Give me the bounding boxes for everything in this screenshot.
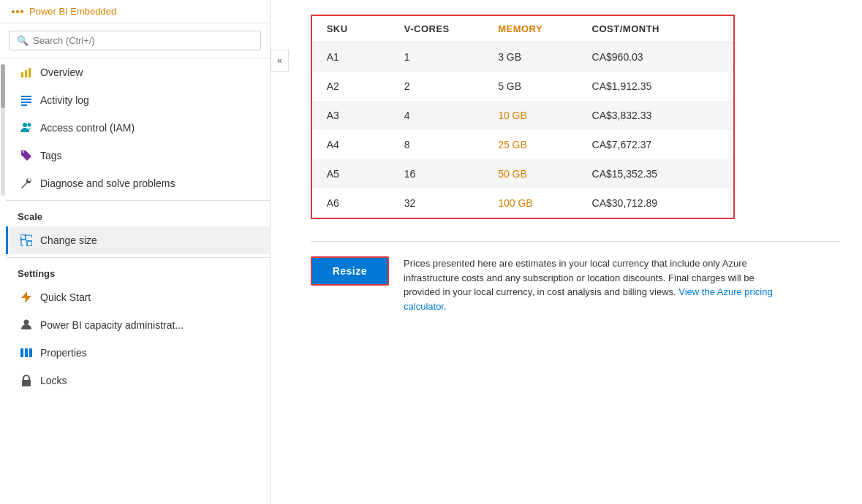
cell-vcores: 16	[390, 159, 483, 188]
powerbi-header: Power BI Embedded	[0, 0, 270, 23]
sidebar-item-properties-label: Properties	[40, 347, 87, 359]
svg-point-8	[28, 123, 31, 127]
table-row[interactable]: A4 8 25 GB CA$7,672.37	[311, 130, 734, 159]
table-row[interactable]: A3 4 10 GB CA$3,832.33	[311, 101, 734, 130]
col-header-cost: COST/MONTH	[578, 15, 734, 42]
sidebar-item-activity-log-label: Activity log	[40, 94, 89, 106]
cell-sku: A3	[311, 101, 390, 130]
svg-rect-3	[21, 96, 31, 97]
search-box[interactable]: 🔍	[9, 31, 261, 50]
svg-rect-15	[22, 380, 31, 386]
cell-cost: CA$15,352.35	[578, 159, 734, 188]
svg-rect-1	[25, 70, 27, 77]
resize-button[interactable]: Resize	[312, 258, 387, 284]
sidebar-scrollbar[interactable]	[1, 64, 5, 196]
section-header-scale: Scale	[6, 200, 270, 226]
svg-rect-5	[21, 102, 31, 103]
table-row[interactable]: A2 2 5 GB CA$1,912.35	[311, 72, 734, 101]
sidebar-item-diagnose[interactable]: Diagnose and solve problems	[6, 169, 270, 197]
table-row[interactable]: A5 16 50 GB CA$15,352.35	[311, 159, 734, 188]
sidebar-item-access-control[interactable]: Access control (IAM)	[6, 114, 270, 142]
cell-memory: 10 GB	[483, 101, 577, 130]
sidebar-item-quick-start[interactable]: Quick Start	[6, 283, 270, 311]
sidebar-item-activity-log[interactable]: Activity log	[6, 86, 270, 114]
cell-vcores: 32	[390, 188, 483, 218]
cell-cost: CA$7,672.37	[578, 130, 734, 159]
main-content: SKU V-CORES MEMORY COST/MONTH A1 1 3 GB …	[289, 0, 862, 504]
sidebar-nav: Overview Activity log Access control (IA…	[6, 58, 270, 504]
svg-point-7	[23, 123, 27, 127]
pricing-note: Prices presented here are estimates in y…	[404, 256, 784, 313]
sku-table-wrapper: SKU V-CORES MEMORY COST/MONTH A1 1 3 GB …	[311, 15, 840, 219]
svg-point-11	[24, 320, 29, 325]
svg-rect-6	[21, 104, 27, 106]
section-header-settings: Settings	[6, 257, 270, 283]
cell-memory: 3 GB	[483, 42, 577, 72]
cell-sku: A4	[311, 130, 390, 159]
cell-memory: 50 GB	[483, 159, 577, 188]
sidebar-item-quick-start-label: Quick Start	[40, 291, 91, 303]
cell-sku: A2	[311, 72, 390, 101]
sku-table: SKU V-CORES MEMORY COST/MONTH A1 1 3 GB …	[311, 15, 735, 219]
bottom-section: Resize Prices presented here are estimat…	[311, 256, 840, 313]
cell-vcores: 2	[390, 72, 483, 101]
powerbi-label: Power BI Embedded	[29, 6, 116, 17]
cell-memory: 25 GB	[483, 130, 577, 159]
cell-vcores: 1	[390, 42, 483, 72]
bars-icon	[20, 346, 33, 359]
cell-sku: A1	[311, 42, 390, 72]
cell-cost: CA$3,832.33	[578, 101, 734, 130]
svg-rect-0	[21, 72, 23, 77]
table-row[interactable]: A1 1 3 GB CA$960.03	[311, 42, 734, 72]
col-header-memory: MEMORY	[483, 15, 577, 42]
sidebar-item-access-control-label: Access control (IAM)	[40, 122, 135, 134]
divider	[311, 241, 840, 242]
tag-icon	[20, 149, 33, 162]
sidebar-item-tags[interactable]: Tags	[6, 142, 270, 169]
search-input[interactable]	[33, 35, 253, 46]
sidebar: Power BI Embedded 🔍 Overview	[0, 0, 271, 504]
sidebar-item-properties[interactable]: Properties	[6, 339, 270, 367]
bolt-icon	[20, 291, 33, 304]
sidebar-collapse-button[interactable]: «	[271, 50, 289, 72]
sidebar-search-container: 🔍	[0, 23, 270, 58]
sidebar-item-locks-label: Locks	[40, 375, 67, 386]
svg-rect-10	[27, 241, 32, 246]
cell-sku: A6	[311, 188, 390, 218]
cell-memory: 5 GB	[483, 72, 577, 101]
cell-vcores: 8	[390, 130, 483, 159]
lock-icon	[20, 374, 33, 387]
cell-vcores: 4	[390, 101, 483, 130]
powerbi-dots-icon	[12, 10, 23, 13]
cell-memory: 100 GB	[483, 188, 577, 218]
search-icon: 🔍	[17, 35, 29, 46]
sidebar-item-diagnose-label: Diagnose and solve problems	[40, 177, 175, 189]
sidebar-item-change-size-label: Change size	[40, 234, 97, 246]
list-icon	[20, 93, 33, 107]
cell-cost: CA$1,912.35	[578, 72, 734, 101]
sidebar-item-power-bi-admin[interactable]: Power BI capacity administrat...	[6, 311, 270, 339]
resize-icon	[20, 234, 33, 247]
svg-rect-14	[29, 348, 32, 357]
col-header-sku: SKU	[311, 15, 390, 42]
sidebar-item-tags-label: Tags	[40, 150, 62, 161]
sidebar-item-locks[interactable]: Locks	[6, 367, 270, 394]
sidebar-item-overview-label: Overview	[40, 66, 83, 78]
resize-btn-wrapper: Resize	[311, 256, 389, 286]
svg-rect-13	[25, 348, 28, 357]
sidebar-item-overview[interactable]: Overview	[6, 58, 270, 86]
sidebar-item-power-bi-admin-label: Power BI capacity administrat...	[40, 319, 184, 331]
table-row[interactable]: A6 32 100 GB CA$30,712.89	[311, 188, 734, 218]
wrench-icon	[20, 177, 33, 190]
col-header-vcores: V-CORES	[390, 15, 483, 42]
svg-rect-12	[20, 348, 23, 357]
cell-sku: A5	[311, 159, 390, 188]
cell-cost: CA$30,712.89	[578, 188, 734, 218]
chart-icon	[20, 66, 33, 79]
people-icon	[20, 121, 33, 134]
cell-cost: CA$960.03	[578, 42, 734, 72]
sidebar-item-change-size[interactable]: Change size	[6, 226, 270, 254]
svg-rect-4	[21, 99, 31, 100]
svg-rect-2	[29, 68, 31, 77]
person-icon	[20, 318, 33, 332]
